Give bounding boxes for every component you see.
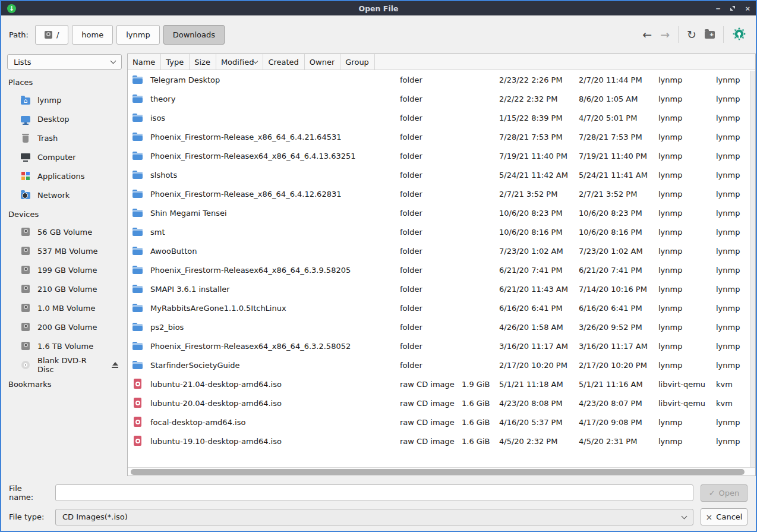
- sidebar-item[interactable]: 1.6 TB Volume: [1, 336, 127, 355]
- sidebar-item[interactable]: 1.0 MB Volume: [1, 298, 127, 317]
- file-owner: lynmp: [654, 266, 711, 275]
- file-row[interactable]: theory folder 2/2/22 2:32 PM 8/6/20 1:05…: [128, 89, 755, 108]
- file-group: kvm: [711, 399, 755, 408]
- file-group: lynmp: [711, 247, 755, 256]
- file-type-icon: [132, 245, 144, 257]
- sidebar-item[interactable]: Computer: [1, 147, 127, 166]
- file-created: 3/16/20 11:17 AM: [574, 342, 654, 351]
- file-owner: lynmp: [654, 75, 711, 84]
- sidebar: Lists Places lynmp: [1, 53, 127, 476]
- back-button[interactable]: ←: [642, 29, 652, 40]
- file-row[interactable]: Phoenix_Firestorm-Releasex64_x86_64_6.4.…: [128, 146, 755, 165]
- file-row[interactable]: lubuntu-20.04-desktop-amd64.iso raw CD i…: [128, 394, 755, 413]
- file-group: lynmp: [711, 95, 755, 103]
- column-header[interactable]: Modified: [216, 54, 263, 70]
- sidebar-item[interactable]: 537 MB Volume: [1, 241, 127, 260]
- column-header[interactable]: Created: [263, 54, 304, 70]
- file-owner: lynmp: [654, 95, 711, 103]
- file-row[interactable]: focal-desktop-amd64.iso raw CD image 1.6…: [128, 413, 755, 432]
- new-folder-button[interactable]: [705, 31, 715, 39]
- column-header[interactable]: Size: [190, 54, 216, 70]
- sidebar-mode-dropdown[interactable]: Lists: [7, 54, 122, 70]
- sidebar-item[interactable]: Desktop: [1, 109, 127, 128]
- path-segment-button[interactable]: home: [72, 25, 113, 45]
- file-modified: 3/16/20 11:17 AM: [494, 342, 574, 351]
- sidebar-item[interactable]: Trash: [1, 128, 127, 147]
- file-name-input[interactable]: [55, 484, 693, 501]
- file-row[interactable]: lubuntu-21.04-desktop-amd64.iso raw CD i…: [128, 374, 755, 394]
- file-row[interactable]: lubuntu-19.10-desktop-amd64.iso raw CD i…: [128, 432, 755, 451]
- forward-button[interactable]: →: [660, 29, 670, 40]
- sidebar-item[interactable]: Blank DVD-R Disc: [1, 355, 127, 374]
- file-type-dropdown[interactable]: CD Images(*.iso): [55, 509, 693, 525]
- file-type: folder: [395, 133, 457, 141]
- sidebar-item[interactable]: Applications: [1, 166, 127, 185]
- sidebar-item[interactable]: lynmp: [1, 90, 127, 109]
- path-segment-button[interactable]: lynmp: [116, 25, 159, 45]
- chevron-down-icon: [111, 58, 116, 64]
- path-segment-button[interactable]: /: [35, 25, 68, 45]
- sidebar-item[interactable]: Network: [1, 185, 127, 204]
- file-row[interactable]: Shin Megami Tensei folder 10/6/20 8:23 P…: [128, 203, 755, 222]
- file-row[interactable]: Telegram Desktop folder 2/23/22 2:26 PM …: [128, 70, 755, 89]
- sidebar-section-header: Places: [1, 73, 127, 90]
- file-row[interactable]: Phoenix_Firestorm-Releasex64_x86_64_6.3.…: [128, 260, 755, 279]
- file-owner: lynmp: [654, 342, 711, 351]
- horizontal-scrollbar[interactable]: [128, 467, 755, 476]
- file-owner: lynmp: [654, 152, 711, 160]
- reload-button[interactable]: ↻: [687, 29, 696, 40]
- file-created: 10/6/20 8:16 PM: [574, 228, 654, 237]
- minimize-button[interactable]: −: [716, 5, 721, 12]
- file-group: lynmp: [711, 152, 755, 160]
- sidebar-item-icon: [21, 285, 30, 293]
- file-row[interactable]: AwooButton folder 7/23/20 1:02 AM 7/23/2…: [128, 241, 755, 260]
- sidebar-item-icon: [21, 192, 30, 199]
- file-row[interactable]: SMAPI 3.6.1 installer folder 6/21/20 11:…: [128, 279, 755, 298]
- file-created: 7/23/20 1:02 AM: [574, 247, 654, 256]
- sidebar-section-header: Bookmarks: [1, 374, 127, 392]
- eject-button[interactable]: [112, 362, 118, 368]
- file-modified: 4/26/20 1:58 AM: [494, 323, 574, 332]
- file-row[interactable]: slshots folder 5/24/21 11:42 AM 5/24/21 …: [128, 165, 755, 184]
- sidebar-item[interactable]: 56 GB Volume: [1, 222, 127, 241]
- app-menu-button[interactable]: [732, 27, 746, 43]
- file-name: StarfinderSocietyGuide: [150, 361, 240, 370]
- vertical-scrollbar[interactable]: [750, 71, 755, 467]
- file-modified: 5/1/21 11:18 AM: [494, 380, 574, 389]
- path-segment-button[interactable]: Downloads: [163, 25, 225, 45]
- file-type-label: File type:: [9, 512, 48, 521]
- file-owner: libvirt-qemu: [654, 399, 711, 408]
- file-row[interactable]: StarfinderSocietyGuide folder 2/17/20 10…: [128, 355, 755, 374]
- file-row[interactable]: Phoenix_Firestorm-Releasex64_x86_64_6.3.…: [128, 336, 755, 355]
- file-row[interactable]: Phoenix_Firestorm-Release_x86_64_6.4.21.…: [128, 127, 755, 146]
- file-owner: lynmp: [654, 361, 711, 370]
- file-row[interactable]: smt folder 10/6/20 8:16 PM 10/6/20 8:16 …: [128, 222, 755, 241]
- file-type-icon: [132, 74, 144, 86]
- horizontal-scrollbar-thumb[interactable]: [131, 469, 745, 475]
- file-type-icon: [132, 321, 144, 333]
- file-type: raw CD image: [395, 380, 457, 389]
- file-modified: 6/21/20 11:43 AM: [494, 285, 574, 294]
- column-header[interactable]: Group: [340, 54, 375, 70]
- file-owner: lynmp: [654, 437, 711, 446]
- file-row[interactable]: Phoenix_Firestorm-Release_x86_64_6.4.12.…: [128, 184, 755, 203]
- column-header[interactable]: Owner: [305, 54, 340, 70]
- file-row[interactable]: ps2_bios folder 4/26/20 1:58 AM 3/26/20 …: [128, 317, 755, 336]
- open-button[interactable]: ✓ Open: [701, 484, 747, 502]
- sidebar-item[interactable]: 200 GB Volume: [1, 317, 127, 336]
- close-button[interactable]: ×: [745, 5, 750, 12]
- file-group: lynmp: [711, 418, 755, 427]
- cancel-button[interactable]: × Cancel: [701, 508, 747, 525]
- file-group: lynmp: [711, 266, 755, 275]
- restore-button[interactable]: [730, 5, 736, 11]
- sidebar-item[interactable]: 210 GB Volume: [1, 279, 127, 298]
- file-type: folder: [395, 361, 457, 370]
- sidebar-item[interactable]: 199 GB Volume: [1, 260, 127, 279]
- column-header[interactable]: Type: [161, 54, 190, 70]
- file-row[interactable]: isos folder 1/15/22 8:39 PM 4/7/20 5:01 …: [128, 108, 755, 127]
- column-header[interactable]: Name: [128, 54, 161, 70]
- file-row[interactable]: MyRabbitsAreGone1.1.0.5ItchLinux folder …: [128, 298, 755, 317]
- file-size: 1.6 GiB: [457, 437, 494, 446]
- sidebar-item-label: Applications: [37, 172, 84, 181]
- sidebar-item-icon: [21, 171, 30, 181]
